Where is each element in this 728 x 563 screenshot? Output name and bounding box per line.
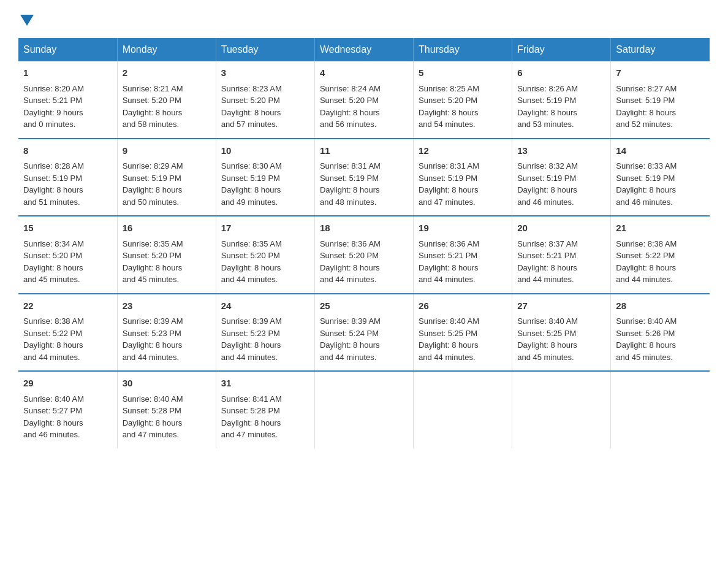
calendar-cell: 1Sunrise: 8:20 AMSunset: 5:21 PMDaylight… [18, 61, 117, 139]
sunrise-text: Sunrise: 8:28 AM [23, 161, 84, 170]
day-number: 3 [221, 66, 309, 80]
sunrise-text: Sunrise: 8:36 AM [320, 239, 381, 248]
calendar-cell: 28Sunrise: 8:40 AMSunset: 5:26 PMDayligh… [611, 294, 710, 372]
daylight-minutes: and 57 minutes. [221, 120, 278, 129]
daylight-minutes: and 44 minutes. [221, 275, 278, 284]
daylight-text: Daylight: 8 hours [419, 185, 479, 194]
daylight-minutes: and 48 minutes. [320, 197, 377, 207]
daylight-minutes: and 45 minutes. [23, 275, 80, 284]
sunset-text: Sunset: 5:20 PM [123, 251, 181, 260]
sunrise-text: Sunrise: 8:31 AM [419, 161, 479, 170]
day-number: 12 [419, 144, 507, 158]
daylight-minutes: and 47 minutes. [419, 197, 476, 207]
sunrise-text: Sunrise: 8:35 AM [221, 239, 282, 248]
daylight-minutes: and 45 minutes. [517, 353, 574, 362]
sunset-text: Sunset: 5:20 PM [221, 251, 280, 260]
sunset-text: Sunset: 5:27 PM [23, 406, 82, 415]
sunrise-text: Sunrise: 8:41 AM [221, 394, 282, 404]
day-header-thursday: Thursday [414, 38, 512, 61]
page-header [18, 12, 710, 26]
sunset-text: Sunset: 5:21 PM [23, 96, 82, 105]
day-number: 24 [221, 299, 309, 313]
day-number: 16 [123, 221, 211, 236]
calendar-cell: 7Sunrise: 8:27 AMSunset: 5:19 PMDaylight… [611, 61, 710, 139]
calendar-cell: 29Sunrise: 8:40 AMSunset: 5:27 PMDayligh… [18, 371, 117, 448]
day-number: 30 [123, 377, 211, 391]
daylight-minutes: and 44 minutes. [320, 275, 377, 284]
calendar-cell [314, 371, 413, 448]
day-number: 13 [517, 144, 605, 158]
sunset-text: Sunset: 5:28 PM [221, 406, 280, 415]
sunset-text: Sunset: 5:21 PM [419, 251, 477, 260]
daylight-text: Daylight: 8 hours [517, 108, 577, 117]
sunset-text: Sunset: 5:23 PM [221, 329, 280, 338]
day-number: 2 [123, 66, 211, 80]
day-number: 11 [320, 144, 408, 158]
calendar-cell: 30Sunrise: 8:40 AMSunset: 5:28 PMDayligh… [117, 371, 216, 448]
sunrise-text: Sunrise: 8:30 AM [221, 161, 282, 170]
daylight-minutes: and 54 minutes. [419, 120, 476, 129]
daylight-text: Daylight: 8 hours [517, 340, 577, 350]
daylight-text: Daylight: 8 hours [419, 340, 479, 350]
sunrise-text: Sunrise: 8:24 AM [320, 84, 381, 93]
sunrise-text: Sunrise: 8:29 AM [123, 161, 183, 170]
day-number: 4 [320, 66, 408, 80]
daylight-minutes: and 53 minutes. [517, 120, 574, 129]
day-number: 6 [517, 66, 605, 80]
daylight-minutes: and 44 minutes. [221, 353, 278, 362]
calendar-cell: 10Sunrise: 8:30 AMSunset: 5:19 PMDayligh… [216, 139, 314, 216]
daylight-text: Daylight: 8 hours [320, 108, 380, 117]
daylight-text: Daylight: 8 hours [123, 340, 183, 350]
sunrise-text: Sunrise: 8:39 AM [123, 316, 183, 326]
day-number: 9 [123, 144, 211, 158]
sunrise-text: Sunrise: 8:33 AM [616, 161, 677, 170]
daylight-text: Daylight: 8 hours [23, 340, 83, 350]
sunrise-text: Sunrise: 8:40 AM [419, 316, 479, 326]
sunset-text: Sunset: 5:19 PM [517, 96, 576, 105]
daylight-minutes: and 56 minutes. [320, 120, 377, 129]
sunrise-text: Sunrise: 8:40 AM [123, 394, 183, 404]
day-number: 15 [23, 221, 112, 236]
sunrise-text: Sunrise: 8:32 AM [517, 161, 578, 170]
daylight-minutes: and 58 minutes. [123, 120, 180, 129]
daylight-text: Daylight: 8 hours [123, 418, 183, 427]
sunset-text: Sunset: 5:26 PM [616, 329, 675, 338]
calendar-cell [414, 371, 512, 448]
sunset-text: Sunset: 5:20 PM [419, 96, 477, 105]
daylight-minutes: and 44 minutes. [419, 275, 476, 284]
calendar-cell: 27Sunrise: 8:40 AMSunset: 5:25 PMDayligh… [512, 294, 611, 372]
sunrise-text: Sunrise: 8:36 AM [419, 239, 479, 248]
sunrise-text: Sunrise: 8:39 AM [320, 316, 381, 326]
day-number: 31 [221, 377, 309, 391]
sunset-text: Sunset: 5:28 PM [123, 406, 181, 415]
calendar-cell: 8Sunrise: 8:28 AMSunset: 5:19 PMDaylight… [18, 139, 117, 216]
daylight-text: Daylight: 8 hours [23, 418, 83, 427]
day-number: 23 [123, 299, 211, 313]
daylight-text: Daylight: 8 hours [616, 263, 676, 272]
daylight-text: Daylight: 8 hours [517, 185, 577, 194]
sunset-text: Sunset: 5:20 PM [123, 96, 181, 105]
calendar-cell: 12Sunrise: 8:31 AMSunset: 5:19 PMDayligh… [414, 139, 512, 216]
calendar-cell: 24Sunrise: 8:39 AMSunset: 5:23 PMDayligh… [216, 294, 314, 372]
sunset-text: Sunset: 5:25 PM [419, 329, 477, 338]
sunset-text: Sunset: 5:20 PM [320, 251, 379, 260]
calendar-cell: 22Sunrise: 8:38 AMSunset: 5:22 PMDayligh… [18, 294, 117, 372]
sunset-text: Sunset: 5:23 PM [123, 329, 181, 338]
day-header-wednesday: Wednesday [314, 38, 413, 61]
calendar-cell: 11Sunrise: 8:31 AMSunset: 5:19 PMDayligh… [314, 139, 413, 216]
day-number: 22 [23, 299, 112, 313]
day-number: 21 [616, 221, 705, 236]
svg-marker-0 [20, 15, 34, 26]
sunrise-text: Sunrise: 8:38 AM [616, 239, 677, 248]
sunset-text: Sunset: 5:19 PM [23, 174, 82, 183]
sunrise-text: Sunrise: 8:39 AM [221, 316, 282, 326]
day-number: 14 [616, 144, 705, 158]
sunset-text: Sunset: 5:19 PM [616, 96, 675, 105]
sunset-text: Sunset: 5:19 PM [517, 174, 576, 183]
daylight-text: Daylight: 8 hours [616, 108, 676, 117]
daylight-text: Daylight: 8 hours [419, 108, 479, 117]
sunset-text: Sunset: 5:19 PM [320, 174, 379, 183]
day-number: 20 [517, 221, 605, 236]
daylight-text: Daylight: 8 hours [221, 108, 281, 117]
daylight-text: Daylight: 8 hours [517, 263, 577, 272]
